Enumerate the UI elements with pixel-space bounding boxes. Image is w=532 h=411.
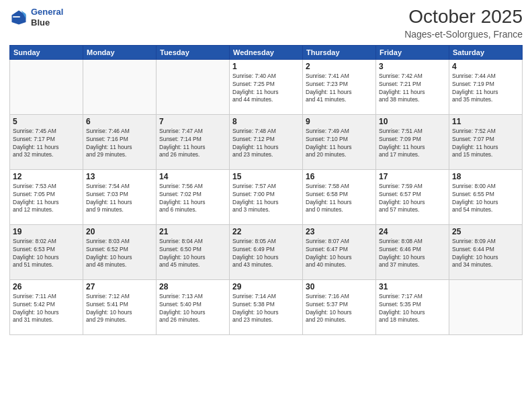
calendar-cell: 14Sunrise: 7:56 AM Sunset: 7:02 PM Dayli… [157, 169, 230, 224]
day-number: 15 [232, 172, 300, 181]
location-title: Nages-et-Solorgues, France [404, 29, 523, 40]
day-info: Sunrise: 7:41 AM Sunset: 7:23 PM Dayligh… [306, 73, 373, 105]
calendar-cell: 24Sunrise: 8:08 AM Sunset: 6:46 PM Dayli… [376, 224, 449, 279]
weekday-header: Saturday [449, 45, 523, 59]
calendar-cell: 3Sunrise: 7:42 AM Sunset: 7:21 PM Daylig… [376, 59, 449, 114]
day-number: 16 [306, 172, 373, 181]
weekday-header: Sunday [10, 45, 83, 59]
calendar-cell: 29Sunrise: 7:14 AM Sunset: 5:38 PM Dayli… [230, 279, 303, 334]
day-number: 21 [159, 227, 226, 236]
calendar-cell: 28Sunrise: 7:13 AM Sunset: 5:40 PM Dayli… [157, 279, 230, 334]
day-number: 2 [306, 62, 373, 71]
day-info: Sunrise: 8:05 AM Sunset: 6:49 PM Dayligh… [232, 238, 300, 270]
calendar-cell: 26Sunrise: 7:11 AM Sunset: 5:42 PM Dayli… [10, 279, 83, 334]
day-info: Sunrise: 8:00 AM Sunset: 6:55 PM Dayligh… [452, 183, 519, 215]
day-number: 25 [452, 227, 519, 236]
day-number: 17 [379, 172, 446, 181]
calendar-cell: 19Sunrise: 8:02 AM Sunset: 6:53 PM Dayli… [10, 224, 83, 279]
day-info: Sunrise: 8:07 AM Sunset: 6:47 PM Dayligh… [306, 238, 373, 270]
calendar-cell: 13Sunrise: 7:54 AM Sunset: 7:03 PM Dayli… [83, 169, 157, 224]
title-block: October 2025 Nages-et-Solorgues, France [404, 7, 523, 40]
day-info: Sunrise: 7:59 AM Sunset: 6:57 PM Dayligh… [379, 183, 446, 215]
weekday-header: Wednesday [230, 45, 303, 59]
day-info: Sunrise: 7:40 AM Sunset: 7:25 PM Dayligh… [232, 73, 300, 105]
day-info: Sunrise: 8:09 AM Sunset: 6:44 PM Dayligh… [452, 238, 519, 270]
day-number: 10 [379, 117, 446, 126]
day-info: Sunrise: 7:56 AM Sunset: 7:02 PM Dayligh… [159, 183, 226, 215]
calendar-cell [449, 279, 523, 334]
calendar-week-row: 5Sunrise: 7:45 AM Sunset: 7:17 PM Daylig… [10, 114, 523, 169]
day-info: Sunrise: 8:04 AM Sunset: 6:50 PM Dayligh… [159, 238, 226, 270]
day-info: Sunrise: 8:02 AM Sunset: 6:53 PM Dayligh… [13, 238, 80, 270]
calendar-cell [157, 59, 230, 114]
calendar-week-row: 12Sunrise: 7:53 AM Sunset: 7:05 PM Dayli… [10, 169, 523, 224]
day-info: Sunrise: 8:03 AM Sunset: 6:52 PM Dayligh… [86, 238, 153, 270]
calendar-cell: 9Sunrise: 7:49 AM Sunset: 7:10 PM Daylig… [303, 114, 376, 169]
day-number: 23 [306, 227, 373, 236]
day-info: Sunrise: 7:58 AM Sunset: 6:58 PM Dayligh… [306, 183, 373, 215]
calendar-cell: 16Sunrise: 7:58 AM Sunset: 6:58 PM Dayli… [303, 169, 376, 224]
day-number: 27 [86, 282, 153, 291]
calendar-cell: 10Sunrise: 7:51 AM Sunset: 7:09 PM Dayli… [376, 114, 449, 169]
calendar-cell [83, 59, 157, 114]
logo-icon [9, 8, 28, 27]
day-info: Sunrise: 7:54 AM Sunset: 7:03 PM Dayligh… [86, 183, 153, 215]
day-info: Sunrise: 7:47 AM Sunset: 7:14 PM Dayligh… [159, 128, 226, 160]
calendar-cell: 22Sunrise: 8:05 AM Sunset: 6:49 PM Dayli… [230, 224, 303, 279]
day-number: 11 [452, 117, 519, 126]
calendar-cell: 27Sunrise: 7:12 AM Sunset: 5:41 PM Dayli… [83, 279, 157, 334]
day-number: 19 [13, 227, 80, 236]
calendar-week-row: 19Sunrise: 8:02 AM Sunset: 6:53 PM Dayli… [10, 224, 523, 279]
day-number: 26 [13, 282, 80, 291]
day-info: Sunrise: 7:42 AM Sunset: 7:21 PM Dayligh… [379, 73, 446, 105]
day-number: 7 [159, 117, 226, 126]
calendar-table: SundayMondayTuesdayWednesdayThursdayFrid… [9, 45, 523, 335]
calendar-cell: 4Sunrise: 7:44 AM Sunset: 7:19 PM Daylig… [449, 59, 523, 114]
weekday-header: Tuesday [157, 45, 230, 59]
calendar-cell: 5Sunrise: 7:45 AM Sunset: 7:17 PM Daylig… [10, 114, 83, 169]
svg-rect-2 [13, 16, 20, 17]
calendar-cell: 15Sunrise: 7:57 AM Sunset: 7:00 PM Dayli… [230, 169, 303, 224]
calendar-cell: 25Sunrise: 8:09 AM Sunset: 6:44 PM Dayli… [449, 224, 523, 279]
day-info: Sunrise: 7:16 AM Sunset: 5:37 PM Dayligh… [306, 293, 373, 325]
calendar-cell: 12Sunrise: 7:53 AM Sunset: 7:05 PM Dayli… [10, 169, 83, 224]
weekday-header: Friday [376, 45, 449, 59]
calendar-cell: 1Sunrise: 7:40 AM Sunset: 7:25 PM Daylig… [230, 59, 303, 114]
logo: General Blue [9, 7, 63, 28]
day-number: 5 [13, 117, 80, 126]
calendar-cell: 11Sunrise: 7:52 AM Sunset: 7:07 PM Dayli… [449, 114, 523, 169]
day-info: Sunrise: 7:52 AM Sunset: 7:07 PM Dayligh… [452, 128, 519, 160]
logo-text: General Blue [31, 7, 63, 28]
day-number: 3 [379, 62, 446, 71]
calendar-cell: 17Sunrise: 7:59 AM Sunset: 6:57 PM Dayli… [376, 169, 449, 224]
day-info: Sunrise: 7:11 AM Sunset: 5:42 PM Dayligh… [13, 293, 80, 325]
calendar-cell: 31Sunrise: 7:17 AM Sunset: 5:35 PM Dayli… [376, 279, 449, 334]
calendar-cell [10, 59, 83, 114]
day-info: Sunrise: 7:53 AM Sunset: 7:05 PM Dayligh… [13, 183, 80, 215]
weekday-header: Thursday [303, 45, 376, 59]
day-number: 1 [232, 62, 300, 71]
calendar-cell: 18Sunrise: 8:00 AM Sunset: 6:55 PM Dayli… [449, 169, 523, 224]
day-info: Sunrise: 7:17 AM Sunset: 5:35 PM Dayligh… [379, 293, 446, 325]
day-number: 18 [452, 172, 519, 181]
day-number: 14 [159, 172, 226, 181]
day-info: Sunrise: 7:49 AM Sunset: 7:10 PM Dayligh… [306, 128, 373, 160]
month-title: October 2025 [404, 7, 523, 28]
day-number: 13 [86, 172, 153, 181]
calendar-cell: 23Sunrise: 8:07 AM Sunset: 6:47 PM Dayli… [303, 224, 376, 279]
calendar-cell: 2Sunrise: 7:41 AM Sunset: 7:23 PM Daylig… [303, 59, 376, 114]
day-number: 6 [86, 117, 153, 126]
day-number: 9 [306, 117, 373, 126]
calendar-week-row: 1Sunrise: 7:40 AM Sunset: 7:25 PM Daylig… [10, 59, 523, 114]
calendar-cell: 6Sunrise: 7:46 AM Sunset: 7:16 PM Daylig… [83, 114, 157, 169]
page: General Blue October 2025 Nages-et-Solor… [0, 0, 532, 411]
header: General Blue October 2025 Nages-et-Solor… [9, 7, 523, 40]
calendar-cell: 30Sunrise: 7:16 AM Sunset: 5:37 PM Dayli… [303, 279, 376, 334]
day-info: Sunrise: 7:14 AM Sunset: 5:38 PM Dayligh… [232, 293, 300, 325]
day-info: Sunrise: 7:57 AM Sunset: 7:00 PM Dayligh… [232, 183, 300, 215]
day-number: 8 [232, 117, 300, 126]
day-number: 4 [452, 62, 519, 71]
day-number: 29 [232, 282, 300, 291]
day-info: Sunrise: 7:51 AM Sunset: 7:09 PM Dayligh… [379, 128, 446, 160]
day-number: 20 [86, 227, 153, 236]
